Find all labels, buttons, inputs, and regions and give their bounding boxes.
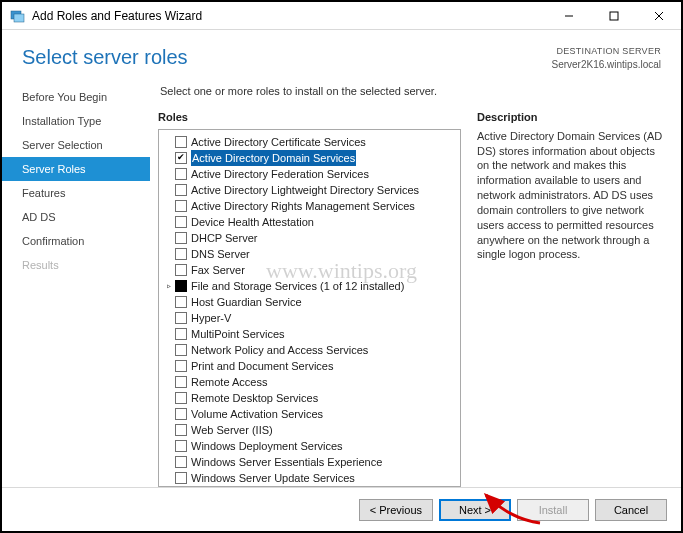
role-row[interactable]: DNS Server (161, 246, 458, 262)
role-row[interactable]: Active Directory Rights Management Servi… (161, 198, 458, 214)
description-column: Description Active Directory Domain Serv… (477, 111, 667, 488)
role-label: DNS Server (191, 246, 250, 262)
role-checkbox[interactable] (175, 344, 187, 356)
role-label: Windows Server Essentials Experience (191, 454, 382, 470)
nav-item-features[interactable]: Features (2, 181, 150, 205)
columns: Roles Active Directory Certificate Servi… (158, 111, 667, 488)
nav-item-before-you-begin[interactable]: Before You Begin (2, 85, 150, 109)
role-checkbox[interactable] (175, 424, 187, 436)
header: Select server roles DESTINATION SERVER S… (2, 30, 681, 79)
install-button[interactable]: Install (517, 499, 589, 521)
role-label: Windows Server Update Services (191, 470, 355, 486)
role-checkbox[interactable] (175, 440, 187, 452)
description-heading: Description (477, 111, 667, 123)
role-checkbox[interactable] (175, 376, 187, 388)
role-row[interactable]: ▹File and Storage Services (1 of 12 inst… (161, 278, 458, 294)
app-icon (10, 8, 26, 24)
nav-sidebar: Before You BeginInstallation TypeServer … (2, 79, 150, 488)
role-row[interactable]: Fax Server (161, 262, 458, 278)
roles-column: Roles Active Directory Certificate Servi… (158, 111, 461, 488)
role-row[interactable]: Active Directory Federation Services (161, 166, 458, 182)
role-label: Fax Server (191, 262, 245, 278)
role-label: DHCP Server (191, 230, 257, 246)
role-label: Web Server (IIS) (191, 422, 273, 438)
role-label: Windows Deployment Services (191, 438, 343, 454)
role-row[interactable]: Device Health Attestation (161, 214, 458, 230)
role-row[interactable]: Remote Desktop Services (161, 390, 458, 406)
role-label: Hyper-V (191, 310, 231, 326)
role-checkbox[interactable] (175, 264, 187, 276)
next-button[interactable]: Next > (439, 499, 511, 521)
role-label: Active Directory Lightweight Directory S… (191, 182, 419, 198)
role-label: Active Directory Certificate Services (191, 134, 366, 150)
role-row[interactable]: Active Directory Domain Services (161, 150, 458, 166)
role-label: Remote Desktop Services (191, 390, 318, 406)
minimize-button[interactable] (546, 2, 591, 30)
nav-item-results: Results (2, 253, 150, 277)
role-checkbox[interactable] (175, 360, 187, 372)
nav-item-server-roles[interactable]: Server Roles (2, 157, 150, 181)
roles-heading: Roles (158, 111, 461, 123)
role-checkbox[interactable] (175, 328, 187, 340)
role-row[interactable]: Web Server (IIS) (161, 422, 458, 438)
role-label: Volume Activation Services (191, 406, 323, 422)
role-checkbox[interactable] (175, 184, 187, 196)
window-controls (546, 2, 681, 30)
role-row[interactable]: Windows Server Update Services (161, 470, 458, 486)
role-row[interactable]: Host Guardian Service (161, 294, 458, 310)
role-checkbox[interactable] (175, 456, 187, 468)
close-button[interactable] (636, 2, 681, 30)
role-checkbox[interactable] (175, 408, 187, 420)
role-label: Remote Access (191, 374, 267, 390)
maximize-button[interactable] (591, 2, 636, 30)
main-area: Before You BeginInstallation TypeServer … (2, 79, 681, 488)
role-row[interactable]: Windows Server Essentials Experience (161, 454, 458, 470)
svg-rect-1 (14, 14, 24, 22)
nav-item-ad-ds[interactable]: AD DS (2, 205, 150, 229)
destination-info: DESTINATION SERVER Server2K16.wintips.lo… (552, 46, 662, 71)
description-text: Active Directory Domain Services (AD DS)… (477, 129, 667, 263)
role-row[interactable]: Network Policy and Access Services (161, 342, 458, 358)
role-checkbox[interactable] (175, 280, 187, 292)
role-checkbox[interactable] (175, 216, 187, 228)
role-row[interactable]: Volume Activation Services (161, 406, 458, 422)
role-row[interactable]: Active Directory Lightweight Directory S… (161, 182, 458, 198)
role-row[interactable]: Active Directory Certificate Services (161, 134, 458, 150)
role-checkbox[interactable] (175, 472, 187, 484)
role-label: MultiPoint Services (191, 326, 285, 342)
role-row[interactable]: Windows Deployment Services (161, 438, 458, 454)
role-label: Active Directory Rights Management Servi… (191, 198, 415, 214)
content-area: Select one or more roles to install on t… (150, 79, 667, 488)
role-row[interactable]: DHCP Server (161, 230, 458, 246)
role-checkbox[interactable] (175, 296, 187, 308)
page-title: Select server roles (22, 46, 188, 69)
nav-item-installation-type[interactable]: Installation Type (2, 109, 150, 133)
footer: < Previous Next > Install Cancel (2, 487, 681, 531)
role-checkbox[interactable] (175, 392, 187, 404)
nav-item-server-selection[interactable]: Server Selection (2, 133, 150, 157)
svg-rect-3 (610, 12, 618, 20)
previous-button[interactable]: < Previous (359, 499, 433, 521)
role-checkbox[interactable] (175, 168, 187, 180)
role-row[interactable]: Remote Access (161, 374, 458, 390)
role-row[interactable]: MultiPoint Services (161, 326, 458, 342)
role-row[interactable]: Print and Document Services (161, 358, 458, 374)
role-label: Print and Document Services (191, 358, 333, 374)
role-checkbox[interactable] (175, 232, 187, 244)
role-label: Device Health Attestation (191, 214, 314, 230)
role-label: Host Guardian Service (191, 294, 302, 310)
nav-item-confirmation[interactable]: Confirmation (2, 229, 150, 253)
role-label: Active Directory Federation Services (191, 166, 369, 182)
role-row[interactable]: Hyper-V (161, 310, 458, 326)
window-title: Add Roles and Features Wizard (32, 9, 202, 23)
role-checkbox[interactable] (175, 200, 187, 212)
wizard-window: Add Roles and Features Wizard Select ser… (2, 2, 681, 531)
roles-listbox[interactable]: Active Directory Certificate ServicesAct… (158, 129, 461, 488)
role-checkbox[interactable] (175, 312, 187, 324)
instruction-text: Select one or more roles to install on t… (158, 79, 667, 111)
role-checkbox[interactable] (175, 248, 187, 260)
tree-expander-icon[interactable]: ▹ (163, 278, 175, 294)
role-checkbox[interactable] (175, 152, 187, 164)
role-checkbox[interactable] (175, 136, 187, 148)
cancel-button[interactable]: Cancel (595, 499, 667, 521)
